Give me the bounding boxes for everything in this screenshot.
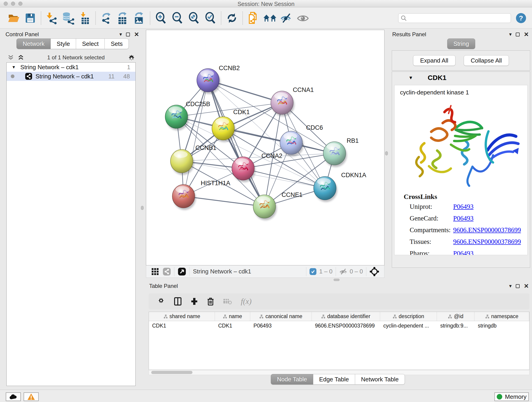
table-cell[interactable]: stringdb:9... (437, 321, 475, 330)
crosslink-link[interactable]: P06493 (453, 203, 474, 211)
cloud-status-button[interactable] (6, 392, 21, 401)
table-cell[interactable]: P06493 (250, 321, 312, 330)
network-edge[interactable] (208, 80, 264, 206)
tree-expander-icon[interactable]: ▼ (12, 65, 16, 70)
tab-network[interactable]: Network (17, 38, 51, 49)
crosslink-link[interactable]: P06493 (453, 249, 474, 255)
zoom-fit-icon[interactable] (186, 11, 202, 26)
hide-selected-eye-icon[interactable] (278, 11, 295, 26)
table-panel-float-icon[interactable] (516, 284, 520, 288)
table-panel-collapse-icon[interactable]: ▾ (509, 283, 512, 288)
network-node[interactable]: HIST1H1A (172, 180, 230, 210)
horizontal-splitter-handle[interactable] (334, 279, 340, 281)
export-network-icon[interactable] (98, 11, 114, 26)
search-input[interactable] (409, 15, 508, 21)
network-node[interactable]: CDC6 (280, 124, 323, 157)
network-node[interactable]: RB1 (323, 137, 359, 167)
network-current-dot-icon (11, 75, 14, 78)
first-neighbors-icon[interactable] (262, 11, 278, 26)
crosslink-link[interactable]: P06493 (453, 215, 474, 222)
network-node[interactable]: CDK1 (212, 109, 250, 142)
zoom-out-icon[interactable] (169, 11, 186, 26)
save-session-icon[interactable] (22, 11, 38, 26)
expand-all-button[interactable]: Expand All (413, 55, 456, 66)
left-splitter-handle[interactable] (141, 206, 144, 210)
results-panel-float-icon[interactable] (516, 32, 520, 36)
control-panel-close-icon[interactable]: ✕ (134, 32, 139, 37)
duplicate-network-icon[interactable] (245, 11, 262, 26)
network-node[interactable]: CDKN1A (314, 172, 366, 202)
table-settings-gear-icon[interactable] (157, 297, 165, 306)
network-row-selected[interactable]: String Network – cdk1 11 48 (7, 72, 135, 81)
tab-style[interactable]: Style (51, 38, 76, 49)
show-all-eye-icon[interactable] (295, 11, 311, 26)
column-header[interactable]: @id (437, 312, 475, 321)
network-collection-row[interactable]: ▼ String Network – cdk1 1 (7, 63, 135, 72)
expand-all-icon[interactable] (17, 55, 24, 61)
warnings-button[interactable] (24, 392, 39, 401)
table-toolbar: f(x) (149, 293, 530, 309)
memory-button[interactable]: Memory (494, 392, 529, 401)
control-panel-float-icon[interactable] (126, 32, 130, 36)
open-in-new-window-icon[interactable] (177, 267, 186, 276)
network-node[interactable]: CCNE1 (253, 191, 303, 220)
tab-sets[interactable]: Sets (105, 38, 129, 49)
control-panel-collapse-icon[interactable]: ▾ (119, 32, 122, 37)
network-node[interactable]: CCNA2 (232, 153, 283, 182)
zoom-selected-icon[interactable] (202, 11, 219, 26)
column-header[interactable]: database identifier (312, 312, 380, 321)
tab-select[interactable]: Select (76, 38, 105, 49)
tab-node-table[interactable]: Node Table (271, 374, 313, 385)
node-table[interactable]: shared namenamecanonical namedatabase id… (149, 312, 530, 370)
section-expander-icon[interactable]: ▼ (409, 75, 413, 80)
import-network-database-icon[interactable] (60, 11, 76, 26)
birdseye-crosshair-icon[interactable] (370, 267, 379, 276)
column-header[interactable]: description (380, 312, 437, 321)
network-options-gear-icon[interactable] (128, 54, 135, 61)
table-panel-close-icon[interactable]: ✕ (524, 283, 529, 289)
import-table-file-icon[interactable] (76, 11, 93, 26)
tab-network-table[interactable]: Network Table (355, 374, 405, 385)
crosslink-link[interactable]: 9606.ENSP00000378699 (453, 226, 521, 234)
collapse-all-button[interactable]: Collapse All (464, 55, 509, 66)
export-table-icon[interactable] (114, 11, 131, 26)
control-panel-tabs: Network Style Select Sets (17, 38, 129, 49)
show-columns-icon[interactable] (174, 297, 182, 306)
zoom-in-icon[interactable] (152, 11, 169, 26)
import-network-file-icon[interactable] (44, 11, 60, 26)
search-field[interactable] (398, 13, 511, 23)
table-cell[interactable]: cyclin-dependent ... (380, 321, 437, 330)
column-header[interactable]: name (215, 312, 250, 321)
right-splitter-handle[interactable] (385, 151, 388, 155)
open-file-icon[interactable] (6, 11, 22, 26)
delete-column-trash-icon[interactable] (207, 297, 214, 306)
tab-string[interactable]: String (447, 38, 475, 49)
table-cell[interactable]: CDK1 (215, 321, 250, 330)
table-cell[interactable]: CDK1 (149, 321, 215, 330)
table-cell[interactable]: stringdb (475, 321, 529, 330)
refresh-layout-icon[interactable] (224, 11, 240, 26)
help-button[interactable]: ? (516, 13, 526, 23)
column-header[interactable]: namespace (475, 312, 529, 321)
scrollbar-thumb[interactable] (151, 371, 192, 374)
collapse-all-icon[interactable] (7, 55, 14, 61)
grid-view-icon[interactable] (151, 268, 159, 275)
network-canvas[interactable]: CCNB2CCNA1CDC25BCDK1CDC6RB1CCNB1CCNA2CDK… (146, 30, 385, 265)
crosslink-row: GeneCard:P06493 (410, 215, 527, 222)
results-panel-collapse-icon[interactable]: ▾ (509, 32, 512, 37)
results-panel-close-icon[interactable]: ✕ (524, 32, 529, 37)
export-image-icon[interactable] (131, 11, 147, 26)
network-node[interactable]: CDC25B (165, 101, 210, 130)
column-header[interactable]: shared name (149, 312, 215, 321)
table-cell[interactable]: 9606.ENSP00000378699 (312, 321, 380, 330)
network-edge[interactable] (208, 80, 335, 153)
column-header[interactable]: canonical name (250, 312, 312, 321)
toolbar-separator (95, 12, 96, 25)
table-row[interactable]: CDK1CDK1P064939606.ENSP00000378699cyclin… (149, 321, 529, 330)
selected-nodes-checkbox[interactable] (310, 268, 317, 275)
add-column-icon[interactable] (190, 297, 198, 306)
tab-edge-table[interactable]: Edge Table (313, 374, 355, 385)
network-share-view-icon[interactable] (163, 268, 171, 276)
crosslink-link[interactable]: 9606.ENSP00000378699 (453, 238, 521, 245)
network-node[interactable]: CCNA1 (271, 86, 314, 116)
